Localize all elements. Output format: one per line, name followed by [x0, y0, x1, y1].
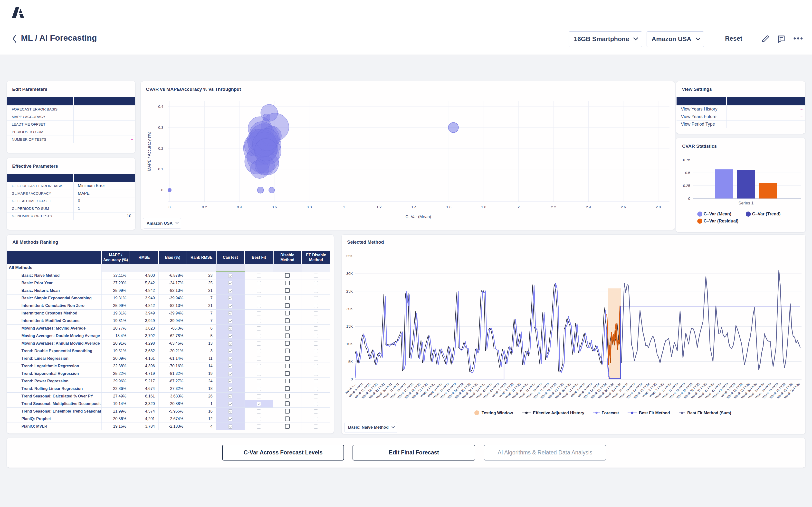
svg-text:0.25: 0.25 [683, 183, 690, 188]
svg-text:0.3: 0.3 [158, 125, 163, 129]
svg-text:1: 1 [343, 205, 345, 209]
svg-text:0: 0 [688, 196, 690, 201]
svg-text:2: 2 [518, 205, 520, 209]
svg-text:15K: 15K [346, 324, 353, 328]
svg-text:2.2: 2.2 [551, 205, 556, 209]
svg-text:1.4: 1.4 [411, 205, 417, 209]
svg-text:20K: 20K [346, 307, 353, 311]
svg-text:2.6: 2.6 [621, 205, 626, 209]
svg-text:Series 1: Series 1 [739, 201, 754, 206]
svg-text:2.8: 2.8 [656, 205, 661, 209]
svg-text:0.5: 0.5 [685, 171, 690, 175]
svg-text:0.1: 0.1 [158, 167, 163, 171]
svg-text:0.2: 0.2 [158, 146, 163, 151]
svg-text:0: 0 [161, 188, 163, 192]
svg-text:30K: 30K [346, 271, 353, 276]
svg-text:10K: 10K [346, 342, 353, 346]
svg-text:0: 0 [168, 205, 170, 209]
svg-text:0.8: 0.8 [307, 205, 312, 209]
svg-text:0.2: 0.2 [202, 205, 207, 209]
svg-text:5K: 5K [348, 359, 353, 363]
svg-text:0.75: 0.75 [683, 158, 690, 162]
svg-text:1.6: 1.6 [446, 205, 451, 209]
svg-text:1.2: 1.2 [376, 205, 382, 209]
svg-text:25K: 25K [346, 289, 353, 293]
svg-text:35K: 35K [346, 254, 353, 258]
svg-text:MAPE / Accuracy (%): MAPE / Accuracy (%) [147, 132, 152, 171]
svg-text:0.6: 0.6 [272, 205, 277, 209]
svg-text:0.4: 0.4 [237, 205, 242, 209]
svg-text:0.4: 0.4 [158, 104, 163, 109]
svg-text:C–Var (Mean): C–Var (Mean) [405, 214, 431, 219]
svg-text:1.8: 1.8 [481, 205, 486, 209]
svg-text:2.4: 2.4 [586, 205, 591, 209]
svg-text:0: 0 [351, 377, 353, 381]
